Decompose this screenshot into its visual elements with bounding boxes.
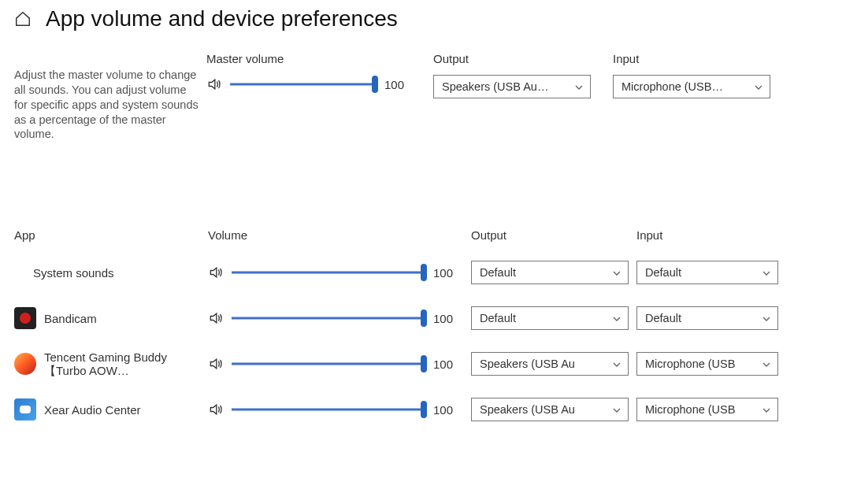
page-title: App volume and device preferences [46, 6, 398, 32]
app-output-value: Default [480, 266, 516, 279]
chevron-down-icon [762, 268, 771, 277]
app-output-dropdown[interactable]: Default [471, 261, 629, 284]
app-row-system-sounds: System sounds 100 Default Default [14, 250, 832, 295]
chevron-down-icon [574, 82, 584, 91]
chevron-down-icon [762, 405, 771, 414]
app-input-value: Microphone (USB [645, 403, 735, 416]
app-volume-value: 100 [433, 403, 460, 417]
app-output-value: Default [480, 312, 516, 324]
chevron-down-icon [754, 82, 763, 91]
volume-column-header: Volume [208, 228, 460, 242]
chevron-down-icon [762, 313, 771, 323]
master-volume-header: Master volume [206, 52, 411, 65]
output-column-header: Output [471, 228, 629, 242]
input-column-header: Input [636, 228, 778, 242]
app-volume-slider[interactable] [232, 354, 425, 373]
app-name: Bandicam [44, 312, 97, 325]
app-name: System sounds [33, 266, 114, 280]
app-volume-slider[interactable] [232, 400, 425, 419]
chevron-down-icon [612, 313, 622, 323]
app-column-header: App [14, 228, 208, 242]
app-row-bandicam: Bandicam 100 Default Default [14, 295, 832, 341]
bandicam-app-icon [14, 307, 36, 329]
app-input-value: Microphone (USB [645, 358, 735, 370]
app-output-dropdown[interactable]: Speakers (USB Au [471, 352, 629, 376]
app-input-dropdown[interactable]: Microphone (USB [636, 398, 778, 421]
master-volume-slider[interactable] [230, 75, 377, 94]
app-volume-value: 100 [433, 266, 460, 280]
app-input-dropdown[interactable]: Microphone (USB [636, 352, 778, 376]
chevron-down-icon [612, 268, 622, 277]
app-volume-slider[interactable] [232, 263, 425, 282]
output-header: Output [433, 52, 591, 65]
app-input-dropdown[interactable]: Default [636, 306, 778, 330]
app-output-dropdown[interactable]: Speakers (USB Au [471, 398, 629, 421]
app-volume-slider[interactable] [232, 309, 425, 328]
master-output-dropdown[interactable]: Speakers (USB Au… [433, 75, 591, 98]
speaker-icon[interactable] [208, 402, 224, 417]
master-output-value: Speakers (USB Au… [442, 80, 548, 93]
xear-app-icon [14, 398, 36, 421]
app-row-xear: Xear Audio Center 100 Speakers (USB Au M… [14, 387, 832, 432]
tencent-app-icon [14, 353, 36, 375]
app-output-dropdown[interactable]: Default [471, 306, 629, 330]
master-input-value: Microphone (USB… [622, 80, 723, 93]
app-input-value: Default [645, 312, 681, 324]
app-row-tencent: Tencent Gaming Buddy【Turbo AOW… 100 Spea… [14, 341, 832, 387]
app-volume-value: 100 [433, 312, 460, 325]
app-name: Xear Audio Center [44, 403, 141, 417]
master-input-dropdown[interactable]: Microphone (USB… [613, 75, 770, 98]
app-volume-value: 100 [433, 358, 460, 371]
speaker-icon[interactable] [208, 310, 224, 326]
app-input-dropdown[interactable]: Default [636, 261, 778, 284]
chevron-down-icon [762, 359, 771, 369]
home-icon[interactable] [14, 10, 32, 28]
speaker-icon[interactable] [208, 265, 224, 280]
chevron-down-icon [612, 405, 622, 414]
speaker-icon[interactable] [208, 356, 224, 372]
app-name: Tencent Gaming Buddy【Turbo AOW… [44, 350, 186, 378]
speaker-icon[interactable] [206, 76, 222, 92]
master-volume-value: 100 [384, 78, 411, 91]
help-text: Adjust the master volume to change all s… [14, 52, 206, 142]
app-output-value: Speakers (USB Au [480, 403, 575, 416]
app-output-value: Speakers (USB Au [480, 358, 575, 370]
chevron-down-icon [612, 359, 622, 369]
input-header: Input [613, 52, 770, 65]
app-input-value: Default [645, 266, 681, 279]
